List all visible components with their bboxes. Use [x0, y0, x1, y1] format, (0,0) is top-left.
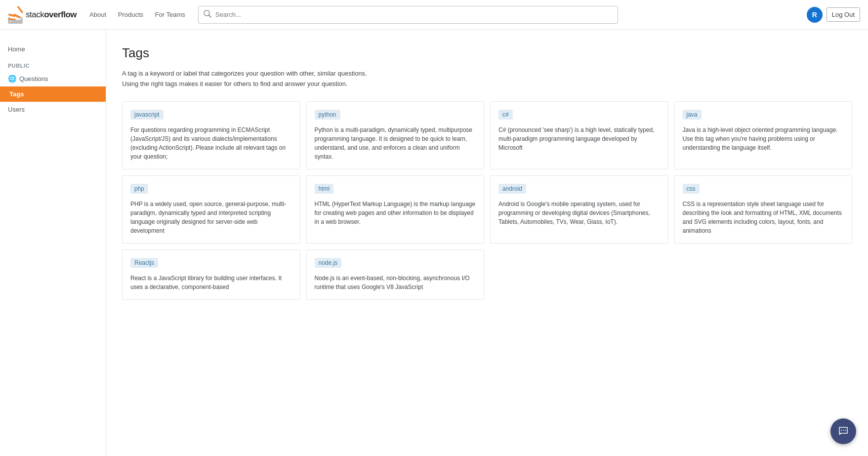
tag-description: For questions regarding programming in E… — [130, 125, 292, 161]
tag-description: Android is Google's mobile operating sys… — [498, 200, 660, 226]
tag-badge[interactable]: python — [315, 110, 340, 120]
sidebar-section-public: PUBLIC — [0, 57, 106, 71]
tag-card: c# C# (pronounced 'see sharp') is a high… — [490, 101, 668, 169]
tag-card: python Python is a multi-paradigm, dynam… — [306, 101, 485, 169]
tag-description: Java is a high-level object oriented pro… — [683, 125, 844, 152]
tag-badge[interactable]: javascript — [130, 110, 164, 120]
search-container — [198, 6, 618, 24]
tag-card: php PHP is a widely used, open source, g… — [122, 175, 300, 244]
main-content: Tags A tag is a keyword or label that ca… — [106, 30, 868, 456]
tag-card: node.js Node.js is an event-based, non-b… — [306, 249, 485, 300]
tag-description: React is a JavaScript library for buildi… — [130, 274, 292, 291]
logout-button[interactable]: Log Out — [827, 7, 860, 22]
tag-card: java Java is a high-level object oriente… — [674, 101, 853, 169]
tag-card: android Android is Google's mobile opera… — [490, 175, 668, 244]
tag-description: PHP is a widely used, open source, gener… — [130, 200, 292, 235]
tag-description: Python is a multi-paradigm, dynamically … — [315, 125, 476, 161]
tag-badge[interactable]: Reactjs — [130, 258, 158, 268]
logo[interactable]: stackoverflow — [8, 6, 77, 24]
sidebar-item-tags[interactable]: Tags — [0, 86, 106, 102]
tag-card: javascript For questions regarding progr… — [122, 101, 300, 169]
header-right: R Log Out — [807, 7, 860, 23]
nav-products[interactable]: Products — [113, 8, 148, 21]
svg-rect-0 — [11, 20, 20, 22]
sidebar-home-label: Home — [8, 45, 25, 53]
page-title: Tags — [122, 45, 852, 61]
tag-description: CSS is a representation style sheet lang… — [683, 200, 844, 235]
sidebar-item-home[interactable]: Home — [0, 41, 106, 57]
page-wrap: Home PUBLIC 🌐 Questions Tags Users Tags … — [0, 30, 868, 456]
svg-point-5 — [845, 430, 846, 431]
header: stackoverflow About Products For Teams R… — [0, 0, 868, 30]
svg-point-3 — [841, 430, 842, 431]
svg-point-4 — [843, 430, 844, 431]
main-nav: About Products For Teams — [84, 11, 190, 18]
sidebar-questions-label: Questions — [19, 75, 48, 83]
sidebar-tags-label: Tags — [9, 90, 24, 98]
tag-description: Node.js is an event-based, non-blocking,… — [315, 274, 476, 291]
tag-description: C# (pronounced 'see sharp') is a high le… — [498, 125, 660, 152]
nav-for-teams[interactable]: For Teams — [150, 8, 190, 21]
user-avatar[interactable]: R — [807, 7, 823, 23]
sidebar-users-label: Users — [8, 106, 25, 113]
logo-text: stackoverflow — [26, 10, 77, 20]
sidebar-item-users[interactable]: Users — [0, 102, 106, 117]
search-input[interactable] — [198, 6, 618, 24]
tag-card: Reactjs React is a JavaScript library fo… — [122, 249, 300, 300]
tags-grid: javascript For questions regarding progr… — [122, 101, 852, 300]
page-description: A tag is a keyword or label that categor… — [122, 69, 852, 89]
globe-icon: 🌐 — [8, 75, 16, 83]
svg-line-2 — [208, 15, 211, 18]
tag-badge[interactable]: android — [498, 184, 526, 194]
tag-badge[interactable]: css — [683, 184, 700, 194]
tag-badge[interactable]: php — [130, 184, 148, 194]
tag-card: css CSS is a representation style sheet … — [674, 175, 853, 244]
tag-description: HTML (HyperText Markup Language) is the … — [315, 200, 476, 226]
tag-badge[interactable]: c# — [498, 110, 513, 120]
sidebar: Home PUBLIC 🌐 Questions Tags Users — [0, 30, 106, 456]
chat-button[interactable] — [830, 418, 856, 444]
sidebar-item-questions[interactable]: 🌐 Questions — [0, 71, 106, 86]
search-icon — [203, 9, 212, 20]
tag-badge[interactable]: node.js — [315, 258, 342, 268]
tag-badge[interactable]: java — [683, 110, 702, 120]
tag-badge[interactable]: html — [315, 184, 334, 194]
tag-card: html HTML (HyperText Markup Language) is… — [306, 175, 485, 244]
nav-about[interactable]: About — [84, 8, 111, 21]
